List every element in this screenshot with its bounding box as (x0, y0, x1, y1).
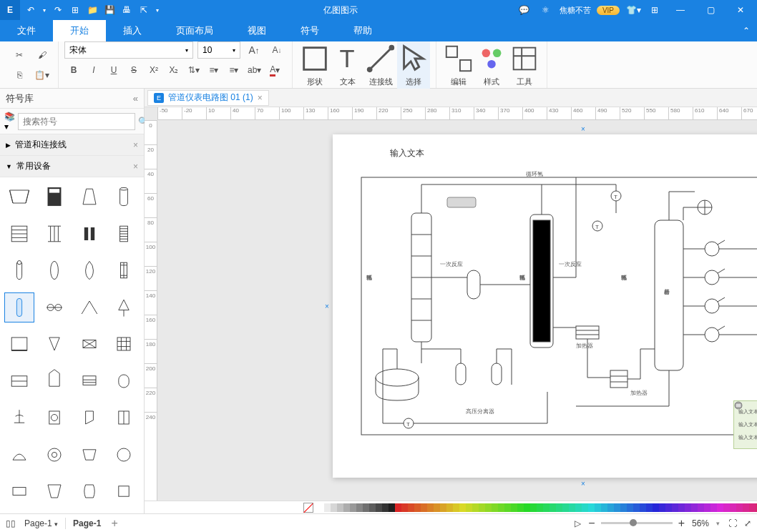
color-swatch[interactable] (324, 503, 331, 512)
color-swatch[interactable] (723, 503, 730, 512)
color-swatch[interactable] (408, 503, 414, 512)
cut-button[interactable]: ✂ (10, 46, 29, 64)
symbol-item[interactable] (109, 403, 139, 433)
tab-view[interactable]: 视图 (230, 20, 283, 41)
edit-group-button[interactable]: 编辑 (442, 39, 475, 90)
symbol-item[interactable] (109, 476, 139, 506)
tab-page-layout[interactable]: 页面布局 (159, 20, 230, 41)
close-button[interactable]: ✕ (728, 0, 753, 20)
color-swatch[interactable] (376, 503, 382, 512)
color-swatch[interactable] (659, 503, 665, 512)
color-swatch[interactable] (337, 503, 343, 512)
symbol-item[interactable] (109, 182, 139, 212)
color-swatch[interactable] (640, 503, 646, 512)
copy-button[interactable]: ⎘ (10, 66, 29, 84)
symbol-item[interactable] (74, 255, 104, 285)
color-swatch[interactable] (730, 503, 736, 512)
save-button[interactable]: 💾 (102, 2, 117, 18)
increase-font-button[interactable]: A↑ (245, 41, 263, 59)
close-tab-icon[interactable]: × (258, 93, 263, 103)
symbol-item[interactable] (4, 329, 34, 359)
color-swatch[interactable] (343, 503, 350, 512)
symbol-item[interactable] (4, 255, 34, 285)
color-swatch[interactable] (479, 503, 485, 512)
font-color-button[interactable]: A▾ (265, 61, 284, 79)
font-size-select[interactable]: 10▾ (197, 41, 240, 59)
minimize-button[interactable]: — (668, 0, 693, 20)
connector-tool[interactable]: 连接线 (364, 39, 397, 90)
export-button[interactable]: ⇱ (136, 2, 152, 18)
color-swatch[interactable] (440, 503, 446, 512)
highlight-button[interactable]: ab▾ (245, 61, 264, 79)
symbol-item[interactable] (39, 403, 69, 433)
underline-button[interactable]: U (104, 61, 123, 79)
symbol-item[interactable] (39, 182, 69, 212)
new-button[interactable]: ⊞ (67, 2, 83, 18)
color-swatch[interactable] (453, 503, 459, 512)
color-swatch[interactable] (595, 503, 601, 512)
maximize-button[interactable]: ▢ (698, 0, 723, 20)
color-swatch[interactable] (401, 503, 408, 512)
color-swatch[interactable] (743, 503, 749, 512)
search-input[interactable] (18, 113, 135, 130)
symbol-item[interactable] (4, 219, 34, 249)
undo-dropdown[interactable]: ▾ (40, 2, 49, 18)
page-current[interactable]: Page-1 (73, 518, 101, 528)
collapse-ribbon-icon[interactable]: ⌃ (743, 26, 750, 36)
color-swatch[interactable] (620, 503, 627, 512)
color-swatch[interactable] (562, 503, 569, 512)
zoom-in-button[interactable]: + (678, 517, 685, 530)
color-swatch[interactable] (389, 503, 395, 512)
symbol-item[interactable] (109, 329, 139, 359)
document-tab[interactable]: E 管道仪表电路图 01 (1) × (147, 90, 269, 106)
zoom-slider[interactable] (601, 522, 673, 524)
symbol-item[interactable] (74, 182, 104, 212)
color-swatch[interactable] (350, 503, 356, 512)
color-swatch[interactable] (614, 503, 620, 512)
color-swatch[interactable] (504, 503, 511, 512)
color-swatch[interactable] (369, 503, 376, 512)
color-swatch[interactable] (653, 503, 659, 512)
color-swatch[interactable] (698, 503, 704, 512)
color-swatch[interactable] (678, 503, 685, 512)
color-swatch[interactable] (524, 503, 530, 512)
symbol-item[interactable] (74, 403, 104, 433)
color-swatch[interactable] (331, 503, 337, 512)
color-swatch[interactable] (530, 503, 537, 512)
library-menu-icon[interactable]: 📚▾ (4, 112, 15, 132)
color-swatch[interactable] (485, 503, 492, 512)
page-list-icon[interactable]: ▯▯ (6, 518, 16, 528)
color-swatch[interactable] (556, 503, 562, 512)
text-tool[interactable]: T 文本 (331, 39, 364, 90)
color-swatch[interactable] (434, 503, 440, 512)
symbol-item[interactable] (4, 476, 34, 506)
close-category-icon[interactable]: × (133, 162, 138, 172)
symbol-item[interactable] (109, 292, 139, 322)
no-fill-icon[interactable] (303, 503, 313, 513)
color-swatch[interactable] (318, 503, 324, 512)
fit-page-icon[interactable]: ⛶ (728, 518, 737, 528)
symbol-item[interactable] (39, 292, 69, 322)
symbol-item[interactable] (39, 219, 69, 249)
canvas-viewport[interactable]: × × × × 输入文本 (157, 120, 757, 501)
tab-file[interactable]: 文件 (0, 20, 53, 41)
zoom-out-button[interactable]: − (588, 517, 595, 530)
symbol-item[interactable] (4, 366, 34, 396)
tab-insert[interactable]: 插入 (106, 20, 159, 41)
symbol-item[interactable] (39, 329, 69, 359)
symbol-item[interactable] (74, 292, 104, 322)
bold-button[interactable]: B (64, 61, 83, 79)
add-page-button[interactable]: + (111, 517, 117, 530)
close-category-icon[interactable]: × (133, 140, 138, 150)
color-swatch[interactable] (633, 503, 640, 512)
color-swatch[interactable] (363, 503, 369, 512)
category-equipment[interactable]: ▼常用设备 × (0, 156, 144, 177)
color-swatch[interactable] (550, 503, 556, 512)
color-swatch[interactable] (607, 503, 614, 512)
color-swatch[interactable] (582, 503, 588, 512)
color-swatch[interactable] (492, 503, 498, 512)
symbol-item[interactable] (109, 366, 139, 396)
color-swatch[interactable] (395, 503, 401, 512)
color-swatch[interactable] (717, 503, 723, 512)
redo-button[interactable]: ↷ (50, 2, 66, 18)
